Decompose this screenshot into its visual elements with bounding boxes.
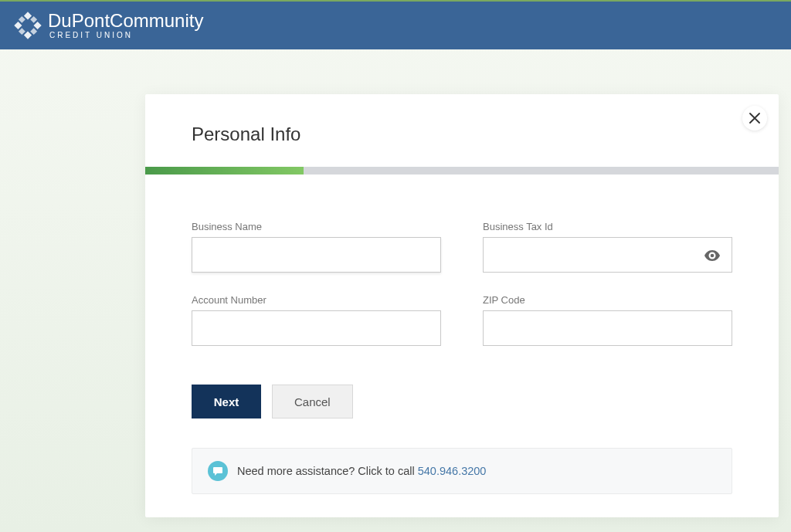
brand-subtitle: CREDIT UNION — [49, 32, 203, 39]
svg-rect-6 — [19, 28, 25, 35]
svg-rect-5 — [30, 16, 37, 23]
svg-point-8 — [711, 254, 715, 258]
toggle-visibility-button[interactable] — [701, 247, 723, 266]
zip-code-label: ZIP Code — [483, 294, 732, 306]
progress-bar — [145, 167, 779, 175]
personal-info-modal: Personal Info Business Name Business Tax… — [145, 94, 779, 517]
svg-rect-7 — [30, 28, 37, 35]
next-button[interactable]: Next — [192, 385, 261, 418]
svg-rect-3 — [34, 22, 42, 29]
svg-rect-0 — [24, 12, 32, 19]
form-body: Business Name Business Tax Id Account Nu… — [145, 175, 779, 517]
assistance-banner: Need more assistance? Click to call 540.… — [192, 448, 732, 494]
zip-code-input[interactable] — [483, 310, 732, 346]
eye-icon — [704, 250, 720, 261]
business-tax-id-input[interactable] — [483, 237, 732, 273]
business-tax-id-label: Business Tax Id — [483, 221, 732, 232]
site-header: DuPontCommunity CREDIT UNION — [0, 2, 791, 49]
modal-title: Personal Info — [145, 94, 779, 167]
logo-icon — [14, 12, 42, 39]
business-name-label: Business Name — [192, 221, 441, 232]
close-icon — [749, 113, 760, 124]
account-number-label: Account Number — [192, 294, 441, 306]
brand-logo: DuPontCommunity CREDIT UNION — [14, 12, 203, 39]
svg-rect-1 — [24, 32, 32, 39]
svg-rect-4 — [19, 16, 25, 23]
assistance-text: Need more assistance? Click to call 540.… — [237, 465, 486, 477]
chat-icon — [208, 461, 228, 481]
close-button[interactable] — [742, 106, 767, 130]
cancel-button[interactable]: Cancel — [272, 385, 353, 418]
assistance-phone-link[interactable]: 540.946.3200 — [418, 465, 487, 477]
brand-name: DuPontCommunity — [48, 12, 203, 30]
progress-fill — [145, 167, 304, 175]
business-name-input[interactable] — [192, 237, 441, 273]
account-number-input[interactable] — [192, 310, 441, 346]
svg-rect-2 — [14, 22, 22, 29]
